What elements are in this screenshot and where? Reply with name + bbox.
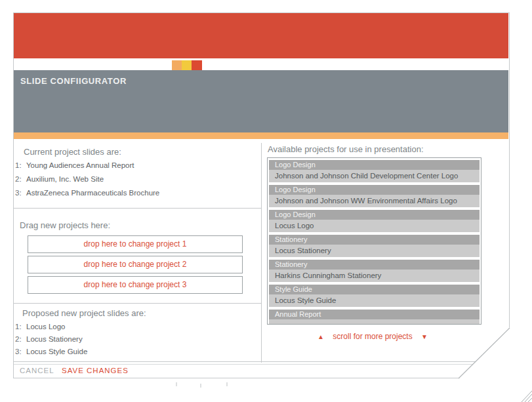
slide-label: Auxilium, Inc. Web Site xyxy=(26,175,104,183)
projects-list: Logo Design Johnson and Johnson Child De… xyxy=(267,157,481,325)
slide-configurator-window: SLIDE CONFIIGURATOR Current project slid… xyxy=(0,0,532,402)
project-card[interactable]: Logo Design Johnson and Johnson WW Envir… xyxy=(269,185,480,207)
project-name: Harkins Cunningham Stationery xyxy=(269,270,480,282)
slide-label: Locus Style Guide xyxy=(26,348,87,355)
project-card[interactable]: Annual Report xyxy=(269,310,480,325)
project-category: Stationery xyxy=(269,235,480,245)
slide-label: AstraZeneca Pharmaceuticals Brochure xyxy=(26,189,159,197)
project-category: Logo Design xyxy=(269,160,480,170)
folded-corner-icon xyxy=(522,391,532,402)
project-category: Stationery xyxy=(269,260,480,270)
project-card[interactable]: Style Guide Locus Style Guide xyxy=(269,285,480,307)
section-divider xyxy=(14,208,261,209)
project-name: Locus Style Guide xyxy=(269,294,480,307)
project-category: Logo Design xyxy=(269,210,480,220)
slide-number: 1: xyxy=(15,161,26,169)
accent-square-orange xyxy=(172,60,182,70)
slide-label: Locus Stationery xyxy=(26,335,83,343)
project-name: Locus Stationery xyxy=(269,245,480,257)
footer-divider-inner xyxy=(14,364,509,365)
scroll-label: scroll for more projects xyxy=(333,332,412,341)
slide-label: Young Audiences Annual Report xyxy=(26,161,134,169)
scroll-down-icon[interactable]: ▼ xyxy=(421,333,428,340)
current-slide-item: 2: Auxilium, Inc. Web Site xyxy=(15,175,104,183)
page-title: SLIDE CONFIIGURATOR xyxy=(20,76,127,86)
slide-number: 2: xyxy=(15,175,26,183)
available-projects-heading: Available projects for use in presentati… xyxy=(268,144,424,154)
orange-strip xyxy=(14,132,508,139)
project-card[interactable]: Logo Design Johnson and Johnson Child De… xyxy=(269,160,480,182)
project-card[interactable]: Logo Design Locus Logo xyxy=(269,210,480,232)
artifact-tick xyxy=(176,382,177,386)
proposed-slide-item: 1: Locus Logo xyxy=(15,323,65,331)
project-name: Johnson and Johnson WW Environmental Aff… xyxy=(269,195,480,207)
slide-number: 1: xyxy=(15,323,26,331)
slide-number: 2: xyxy=(15,335,26,343)
current-slide-item: 3: AstraZeneca Pharmaceuticals Brochure xyxy=(15,189,159,197)
scroll-controls: ▲ scroll for more projects ▼ xyxy=(261,332,484,341)
section-divider xyxy=(14,303,261,304)
project-name: Johnson and Johnson Child Development Ce… xyxy=(269,170,480,182)
panel-divider xyxy=(261,143,262,363)
accent-square-yellow xyxy=(182,60,192,70)
proposed-slide-item: 3: Locus Style Guide xyxy=(15,348,87,355)
project-card[interactable]: Stationery Harkins Cunningham Stationery xyxy=(269,260,480,282)
drag-area-heading: Drag new projects here: xyxy=(20,220,110,230)
save-changes-button[interactable]: SAVE CHANGES xyxy=(62,367,129,374)
scroll-up-icon[interactable]: ▲ xyxy=(317,333,324,340)
proposed-slide-item: 2: Locus Stationery xyxy=(15,335,83,343)
banner xyxy=(14,13,508,58)
cancel-button[interactable]: CANCEL xyxy=(20,367,54,374)
dropzone-project-3[interactable]: drop here to change project 3 xyxy=(28,276,243,294)
project-category: Style Guide xyxy=(269,285,480,294)
artifact-tick xyxy=(226,382,228,386)
project-category: Annual Report xyxy=(269,310,480,319)
project-category: Logo Design xyxy=(269,185,480,195)
project-name xyxy=(269,319,480,325)
current-slides-heading: Current project slides are: xyxy=(24,147,121,157)
footer-divider xyxy=(14,361,509,362)
slide-number: 3: xyxy=(15,189,26,197)
artifact-tick xyxy=(200,384,201,388)
project-card[interactable]: Stationery Locus Stationery xyxy=(269,235,480,257)
dropzone-project-2[interactable]: drop here to change project 2 xyxy=(28,256,243,273)
dropzone-project-1[interactable]: drop here to change project 1 xyxy=(28,235,243,253)
current-slide-item: 1: Young Audiences Annual Report xyxy=(15,161,134,169)
slide-label: Locus Logo xyxy=(26,323,65,331)
proposed-slides-heading: Proposed new project slides are: xyxy=(22,308,146,318)
project-name: Locus Logo xyxy=(269,220,480,232)
slide-number: 3: xyxy=(15,348,26,355)
